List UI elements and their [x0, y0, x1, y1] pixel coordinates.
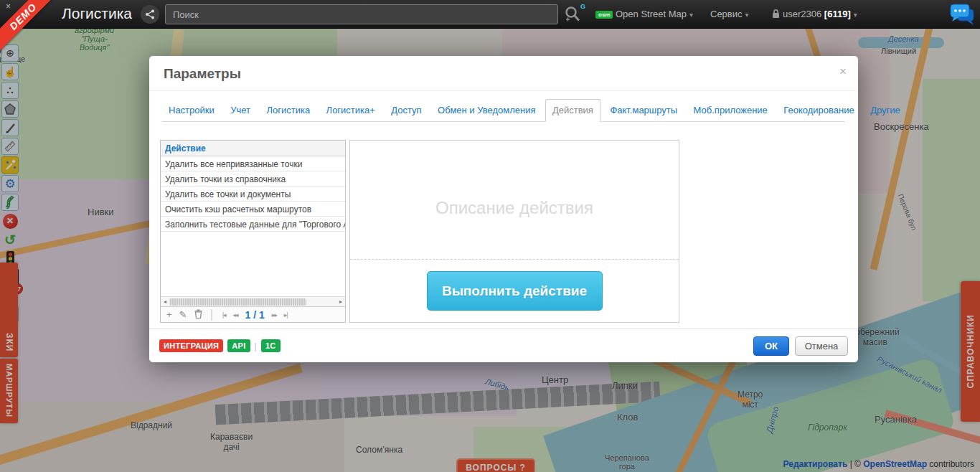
tab-uchet[interactable]: Учет [224, 100, 257, 121]
dialog-title: Параметры [164, 66, 241, 82]
share-icon [145, 9, 155, 19]
tab-drugie[interactable]: Другие [864, 100, 907, 121]
app-screen: агрофірми "Пуща- Водиця" Міське садовище… [0, 0, 980, 472]
ok-button[interactable]: ОК [753, 336, 789, 356]
pager-separator: │ [209, 309, 215, 320]
next-page-button[interactable]: ▸▸ [272, 311, 277, 318]
chevron-down-icon: ▾ [745, 11, 749, 19]
list-item[interactable]: Удалить точки из справочника [161, 171, 345, 187]
delete-button[interactable] [194, 309, 202, 321]
list-item[interactable]: Удалить все точки и документы [161, 187, 345, 202]
list-item[interactable]: Удалить все непривязанные точки [161, 156, 345, 171]
add-button[interactable]: + [166, 309, 172, 320]
tab-mob-prilozhenie[interactable]: Моб.приложение [687, 100, 774, 121]
action-detail-panel: Описание действия Выполнить действие [349, 140, 679, 323]
horizontal-scrollbar: ◂ ▸ [161, 296, 345, 306]
chevron-down-icon: ▾ [854, 11, 857, 19]
actions-list-panel: Действие Удалить все непривязанные точки… [160, 140, 346, 323]
first-page-button[interactable]: |◂ [222, 311, 226, 318]
badge-separator: | [255, 341, 257, 351]
action-description-placeholder: Описание действия [350, 198, 679, 218]
scrollbar-track[interactable] [169, 298, 336, 306]
list-item[interactable]: Заполнить тестовые данные для "Торгового… [161, 217, 345, 232]
top-bar: × Логистика G osm Open Street Map▾ Серви… [0, 0, 980, 29]
tab-geokodirovanie[interactable]: Геокодирование [777, 100, 860, 121]
tab-logistika-plus[interactable]: Логистика+ [320, 100, 382, 121]
chat-bubbles-icon [948, 2, 976, 28]
scroll-right-arrow[interactable]: ▸ [336, 298, 345, 305]
last-page-button[interactable]: ▸| [284, 311, 288, 318]
edit-button[interactable]: ✎ [179, 309, 187, 320]
dialog-close-icon[interactable]: × [839, 65, 847, 79]
scroll-left-arrow[interactable]: ◂ [161, 298, 169, 305]
integration-badge[interactable]: ИНТЕГРАЦИЯ [159, 339, 223, 352]
window-close-icon[interactable]: × [6, 1, 11, 11]
chevron-down-icon: ▾ [689, 11, 693, 19]
1c-badge[interactable]: 1C [261, 339, 281, 352]
page-indicator: 1 / 1 [245, 309, 265, 321]
list-pager: + ✎ │ |◂ ◂◂ 1 / 1 ▸▸ ▸| [161, 306, 345, 322]
parameters-dialog: Параметры × Настройки Учет Логистика Лог… [149, 56, 858, 362]
osm-badge: osm [595, 11, 613, 19]
tab-dostup[interactable]: Доступ [385, 100, 428, 121]
tab-obmen[interactable]: Обмен и Уведомления [431, 100, 542, 121]
chat-button[interactable] [948, 2, 976, 28]
dialog-footer: ИНТЕГРАЦИЯ API | 1C ОК Отмена [149, 329, 858, 362]
scrollbar-thumb[interactable] [169, 298, 306, 306]
actions-column-header: Действие [161, 141, 345, 156]
user-menu[interactable]: user2306 [6119]▾ [772, 9, 857, 19]
execute-action-button[interactable]: Выполнить действие [427, 271, 603, 311]
search-button[interactable]: G [564, 5, 584, 24]
action-execute-area: Выполнить действие [350, 259, 679, 322]
lock-icon [772, 9, 780, 19]
list-empty-area [161, 232, 345, 296]
tab-nastroyki[interactable]: Настройки [162, 100, 221, 121]
share-button[interactable] [141, 5, 159, 24]
tab-deystviya[interactable]: Действия [545, 99, 600, 122]
tab-logistika[interactable]: Логистика [260, 100, 316, 121]
settings-tabs: Настройки Учет Логистика Логистика+ Дост… [162, 99, 845, 122]
header-divider [149, 90, 858, 91]
service-menu[interactable]: Сервис▾ [710, 9, 749, 19]
search-g-label: G [580, 3, 585, 10]
list-item[interactable]: Очистить кэш расчетных маршрутов [161, 202, 345, 217]
trash-icon [194, 309, 202, 318]
app-title: Логистика [62, 5, 132, 22]
cancel-button[interactable]: Отмена [795, 336, 848, 356]
map-provider-menu[interactable]: Open Street Map▾ [616, 9, 693, 19]
search-icon [564, 5, 581, 22]
search-input[interactable] [165, 4, 558, 24]
api-badge[interactable]: API [227, 339, 250, 352]
integration-badges: ИНТЕГРАЦИЯ API | 1C [159, 339, 281, 352]
prev-page-button[interactable]: ◂◂ [232, 311, 237, 318]
tab-fakt-marshruty[interactable]: Факт.маршруты [603, 100, 684, 121]
